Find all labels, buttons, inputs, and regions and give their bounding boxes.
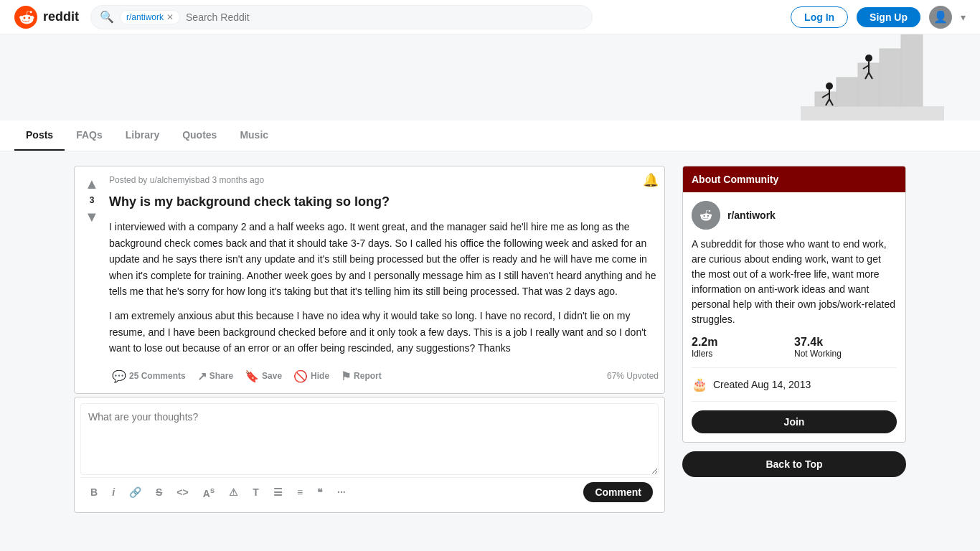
main-content: ▲ 3 ▼ Posted by u/alchemyisbad 3 months … [60,151,920,527]
login-button[interactable]: Log In [791,6,848,28]
search-bar[interactable]: 🔍 r/antiwork ✕ [90,5,593,29]
svg-rect-6 [901,34,923,106]
search-icon: 🔍 [100,10,114,24]
search-input[interactable] [186,11,583,23]
members-value: 2.2m [692,336,794,349]
svg-point-12 [865,55,872,62]
community-avatar-icon [692,201,720,230]
user-icon-symbol: 👤 [933,10,948,24]
post-paragraph-2: I am extremely anxious abut this because… [109,308,659,356]
spoiler-button[interactable]: ⚠ [225,484,242,501]
post-container: ▲ 3 ▼ Posted by u/alchemyisbad 3 months … [74,166,665,513]
share-icon: ↗ [197,369,207,383]
vote-count: 3 [90,195,95,205]
tab-music[interactable]: Music [228,121,280,151]
notification-bell-icon[interactable]: 🔔 [643,172,659,188]
back-to-top-button[interactable]: Back to Top [682,451,906,477]
community-avatar [692,201,720,230]
post-author-info: Posted by u/alchemyisbad 3 months ago [109,175,264,185]
svg-rect-1 [801,106,944,121]
reddit-wordmark: reddit [43,9,79,24]
hero-illustration [801,34,944,121]
chevron-down-icon[interactable]: ▾ [961,11,966,23]
svg-rect-5 [880,49,901,106]
subreddit-nav: Posts FAQs Library Quotes Music [0,121,980,151]
comment-box: B i 🔗 S <> As ⚠ T ☰ ≡ ❝ ··· Comment [74,397,665,513]
post-title: Why is my background check taking so lon… [109,194,659,210]
header: reddit 🔍 r/antiwork ✕ Log In Sign Up 👤 ▾ [0,0,980,34]
tab-library[interactable]: Library [114,121,171,151]
post-actions: 💬 25 Comments ↗ Share 🔖 Save 🚫 Hide [109,365,659,387]
cake-icon: 🎂 [692,377,707,392]
reddit-logo[interactable]: reddit [14,6,79,29]
more-options-button[interactable]: ··· [333,484,350,501]
post-paragraph-1: I interviewed with a company 2 and a hal… [109,219,659,299]
share-label: Share [209,371,233,381]
share-button[interactable]: ↗ Share [194,365,236,387]
search-tag-close[interactable]: ✕ [166,12,174,22]
strikethrough-button[interactable]: S [151,484,166,501]
post-text: I interviewed with a company 2 and a hal… [109,219,659,356]
superscript-button[interactable]: As [199,482,220,502]
created-label: Created Aug 14, 2013 [713,379,811,390]
post-meta: Posted by u/alchemyisbad 3 months ago 🔔 [109,172,659,188]
post-body: Posted by u/alchemyisbad 3 months ago 🔔 … [109,172,659,387]
about-community-header: About Community [683,166,905,192]
report-label: Report [354,371,382,381]
post-card: ▲ 3 ▼ Posted by u/alchemyisbad 3 months … [74,166,665,394]
vote-column: ▲ 3 ▼ [80,172,103,387]
search-tag-label: r/antiwork [126,12,164,22]
online-stat: 37.4k Not Working [794,336,897,359]
hero-area [0,34,980,121]
about-community-body: r/antiwork A subreddit for those who wan… [683,192,905,442]
report-button[interactable]: ⚑ Report [338,365,385,387]
italic-button[interactable]: i [108,484,119,501]
community-description: A subreddit for those who want to end wo… [692,237,897,327]
members-label: Idlers [692,349,794,359]
bullet-list-button[interactable]: ☰ [269,484,287,501]
svg-rect-3 [837,77,858,106]
bookmark-icon: 🔖 [245,369,259,383]
header-right: Log In Sign Up 👤 ▾ [791,6,966,29]
hide-button[interactable]: 🚫 Hide [291,365,332,387]
tab-quotes[interactable]: Quotes [171,121,228,151]
code-button[interactable]: <> [172,484,192,501]
search-tag[interactable]: r/antiwork ✕ [120,10,180,24]
sidebar: About Community r/antiwork A subreddit f… [682,166,906,513]
comments-label: 25 Comments [129,371,186,381]
user-avatar[interactable]: 👤 [929,6,952,29]
tab-posts[interactable]: Posts [14,121,65,151]
save-label: Save [262,371,282,381]
stats-row: 2.2m Idlers 37.4k Not Working [692,336,897,368]
reddit-icon [14,6,37,29]
save-button[interactable]: 🔖 Save [242,365,285,387]
downvote-button[interactable]: ▼ [83,208,100,225]
comment-toolbar: B i 🔗 S <> As ⚠ T ☰ ≡ ❝ ··· Comment [80,477,659,507]
heading-button[interactable]: T [248,484,263,501]
hide-icon: 🚫 [293,369,308,383]
numbered-list-button[interactable]: ≡ [293,484,307,501]
flag-icon: ⚑ [341,369,351,383]
community-info-row: r/antiwork [692,201,897,230]
comment-textarea[interactable] [80,403,659,475]
tab-faqs[interactable]: FAQs [65,121,114,151]
hide-label: Hide [311,371,329,381]
svg-point-7 [826,83,833,90]
post-meta-left: Posted by u/alchemyisbad 3 months ago [109,175,264,185]
upvote-percentage: 67% Upvoted [607,371,659,381]
comments-button[interactable]: 💬 25 Comments [109,365,189,387]
comment-icon: 💬 [112,369,126,383]
link-button[interactable]: 🔗 [125,484,146,501]
about-community-card: About Community r/antiwork A subreddit f… [682,166,906,443]
blockquote-button[interactable]: ❝ [313,484,327,501]
bold-button[interactable]: B [86,484,102,501]
created-row: 🎂 Created Aug 14, 2013 [692,377,897,402]
members-stat: 2.2m Idlers [692,336,794,359]
upvote-button[interactable]: ▲ [83,175,100,192]
online-value: 37.4k [794,336,897,349]
join-button[interactable]: Join [692,410,897,433]
online-label: Not Working [794,349,897,359]
submit-comment-button[interactable]: Comment [583,482,653,502]
signup-button[interactable]: Sign Up [857,7,920,27]
community-name: r/antiwork [727,209,776,221]
